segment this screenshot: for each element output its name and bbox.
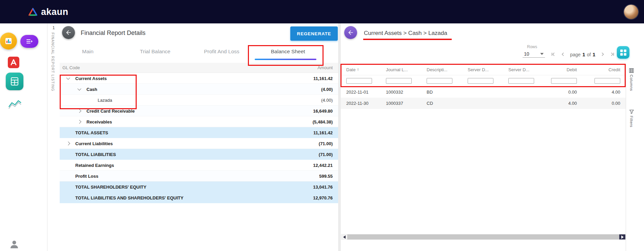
txn-header-row: Date↑Journal L...Descripti...Server D...… bbox=[341, 64, 626, 75]
gl-row-current-assets[interactable]: Current Assets11,161.42 bbox=[60, 73, 338, 84]
first-page-button[interactable] bbox=[550, 52, 556, 57]
filters-label: Filters bbox=[629, 116, 633, 127]
cell-credit: 4.00 bbox=[580, 90, 626, 95]
gl-row-amount: (71.00) bbox=[319, 152, 333, 157]
column-header-label: Debit bbox=[567, 67, 577, 72]
chevron-left-icon bbox=[560, 52, 566, 57]
gl-row-receivables[interactable]: Receivables(5,484.38) bbox=[60, 116, 338, 127]
gl-row-label: Current Liabilities bbox=[75, 141, 113, 146]
menu-expand-icon bbox=[26, 39, 33, 44]
gl-row-profit-loss[interactable]: Profit Loss599.55 bbox=[60, 171, 338, 181]
brand-name: akaun bbox=[41, 6, 69, 17]
akaun-triangle-icon bbox=[28, 7, 38, 16]
cell-debit: 4.00 bbox=[549, 101, 580, 106]
page-indicator: page 1 of 1 bbox=[570, 52, 596, 57]
scroll-right-button[interactable] bbox=[619, 234, 625, 239]
sort-ascending-icon[interactable]: ↑ bbox=[357, 67, 359, 72]
page-word: page bbox=[570, 52, 581, 57]
previous-page-button[interactable] bbox=[560, 52, 566, 57]
analytics-button[interactable] bbox=[8, 100, 22, 112]
gl-row-amount: (4.00) bbox=[321, 97, 333, 102]
column-filter-input[interactable] bbox=[594, 78, 620, 84]
column-header-label: Date bbox=[346, 67, 355, 72]
triangle-right-icon bbox=[621, 235, 624, 239]
transaction-row[interactable]: 2022-11-011000332BD0.004.00 bbox=[341, 86, 626, 98]
drilldown-back-button[interactable] bbox=[344, 26, 357, 39]
filter-cell bbox=[508, 78, 549, 84]
column-header-server-d[interactable]: Server D... bbox=[468, 67, 508, 72]
table-side-toolbar: Columns Filters bbox=[626, 64, 644, 251]
column-header-credit[interactable]: Credit bbox=[580, 67, 626, 72]
column-filter-input[interactable] bbox=[346, 78, 372, 84]
chevron-down-icon[interactable] bbox=[77, 86, 81, 90]
filters-panel-toggle[interactable]: Filters bbox=[627, 110, 636, 127]
tab-main[interactable]: Main bbox=[82, 49, 94, 55]
column-filter-input[interactable] bbox=[468, 78, 493, 84]
gl-row-amount: 11,161.42 bbox=[313, 130, 333, 135]
minimized-tab-strip: 1 FINANCIAL REPORT LISTING bbox=[47, 23, 60, 251]
column-header-debit[interactable]: Debit bbox=[549, 67, 580, 72]
chevron-right-icon[interactable] bbox=[77, 120, 81, 123]
column-header-date[interactable]: Date↑ bbox=[346, 67, 386, 72]
horizontal-scrollbar[interactable] bbox=[341, 234, 626, 240]
columns-panel-toggle[interactable]: Columns bbox=[627, 68, 636, 91]
minimized-tab-financial-report-listing[interactable]: FINANCIAL REPORT LISTING bbox=[51, 33, 55, 91]
report-widget-button[interactable] bbox=[0, 33, 17, 50]
grid-icon bbox=[620, 49, 627, 56]
transaction-row[interactable]: 2022-11-301000337CD4.000.00 bbox=[341, 98, 626, 109]
pagination: page 1 of 1 bbox=[550, 50, 615, 59]
tab-trial-balance[interactable]: Trial Balance bbox=[140, 49, 171, 55]
expand-menu-button[interactable] bbox=[20, 35, 38, 48]
ledger-app-button[interactable] bbox=[6, 73, 23, 90]
column-header-server-d[interactable]: Server D... bbox=[508, 67, 549, 72]
gl-row-current-liabilities[interactable]: Current Liabilities(71.00) bbox=[60, 138, 338, 149]
gl-row-total-assets[interactable]: TOTAL ASSETS11,161.42 bbox=[60, 127, 338, 138]
brand-logo[interactable]: akaun bbox=[28, 6, 69, 17]
columns-icon bbox=[629, 68, 634, 73]
top-navbar: akaun bbox=[0, 0, 644, 23]
user-avatar[interactable] bbox=[624, 5, 638, 19]
gl-row-total-shareholders-equity[interactable]: TOTAL SHAREHOLDERS' EQUITY13,041.76 bbox=[60, 181, 338, 192]
tab-balance-sheet[interactable]: Balance Sheet bbox=[271, 49, 305, 55]
filter-funnel-icon bbox=[629, 110, 634, 114]
regenerate-button[interactable]: REGENERATE bbox=[290, 26, 338, 41]
column-header-descripti[interactable]: Descripti... bbox=[427, 67, 468, 72]
page-title: Financial Report Details bbox=[81, 30, 145, 37]
next-page-button[interactable] bbox=[600, 52, 605, 57]
grid-view-button[interactable] bbox=[617, 46, 629, 59]
scroll-left-button[interactable] bbox=[341, 234, 347, 239]
tab-profit-and-loss[interactable]: Profit And Loss bbox=[204, 49, 239, 55]
pdf-export-button[interactable] bbox=[8, 57, 19, 68]
gl-row-amount: (5,484.38) bbox=[313, 119, 333, 124]
rows-per-page-select[interactable]: 10 bbox=[523, 50, 545, 58]
column-filter-input[interactable] bbox=[508, 78, 534, 84]
gl-row-label: Receivables bbox=[86, 119, 112, 124]
back-button[interactable] bbox=[62, 26, 75, 39]
chevron-right-icon[interactable] bbox=[66, 141, 70, 145]
chevron-down-icon[interactable] bbox=[66, 76, 70, 79]
breadcrumb[interactable]: Current Assets > Cash > Lazada bbox=[364, 30, 447, 37]
gl-row-credit-card-receivable[interactable]: Credit Card Receivable16,649.80 bbox=[60, 105, 338, 116]
scrollbar-thumb[interactable] bbox=[347, 234, 619, 239]
column-filter-input[interactable] bbox=[551, 78, 577, 84]
chevron-right-icon[interactable] bbox=[77, 109, 81, 113]
column-filter-input[interactable] bbox=[427, 78, 452, 84]
profile-button[interactable] bbox=[9, 239, 19, 251]
column-header-label: Journal L... bbox=[386, 67, 408, 72]
current-page-number: 1 bbox=[582, 52, 585, 57]
gl-row-label: Profit Loss bbox=[75, 173, 98, 178]
column-filter-input[interactable] bbox=[386, 78, 412, 84]
gl-row-cash[interactable]: Cash(4.00) bbox=[60, 84, 338, 95]
arrow-back-icon bbox=[65, 29, 72, 36]
gl-row-retained-earnings[interactable]: Retained Earnings12,442.21 bbox=[60, 160, 338, 171]
gl-row-amount: 12,442.21 bbox=[313, 162, 333, 168]
gl-row-label: Credit Card Receivable bbox=[86, 108, 135, 113]
last-page-button[interactable] bbox=[610, 52, 615, 57]
transactions-table: Date↑Journal L...Descripti...Server D...… bbox=[341, 64, 626, 109]
column-header-journal-l[interactable]: Journal L... bbox=[386, 67, 427, 72]
gl-row-lazada[interactable]: Lazada(4.00) bbox=[60, 95, 338, 105]
last-page-icon bbox=[610, 52, 615, 57]
pdf-icon bbox=[8, 57, 19, 68]
gl-row-total-liabilities-and-shareholders-equity[interactable]: TOTAL LIABILITIES AND SHAREHOLDERS' EQUI… bbox=[60, 192, 338, 203]
gl-row-total-liabilities[interactable]: TOTAL LIABILITIES(71.00) bbox=[60, 149, 338, 160]
